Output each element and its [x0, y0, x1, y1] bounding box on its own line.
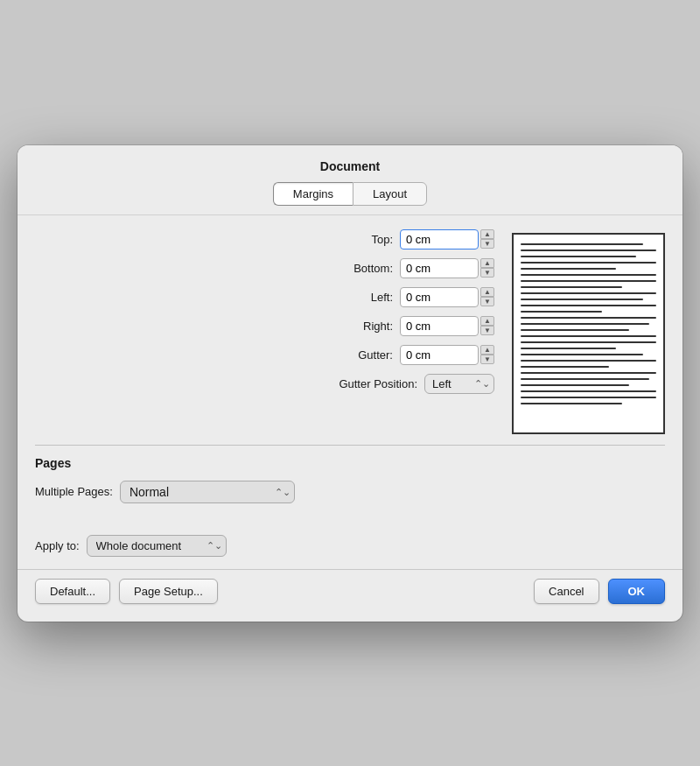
tabs-row: Margins Layout [35, 173, 665, 206]
preview-line [521, 268, 616, 270]
preview-line [521, 256, 636, 257]
dialog-title: Document [320, 159, 380, 173]
pages-section-title: Pages [35, 456, 665, 470]
left-down-btn[interactable]: ▼ [480, 297, 494, 306]
dialog-content: Top: ▲ ▼ Bottom: ▲ [18, 215, 682, 526]
preview-line [521, 384, 629, 386]
gutter-pos-select[interactable]: Left Right Top [424, 374, 494, 394]
gutter-pos-wrapper: Left Right Top ⌃⌄ [424, 374, 494, 394]
preview-line [521, 262, 656, 264]
gutter-input[interactable] [400, 345, 479, 365]
preview-line [521, 243, 643, 245]
cancel-button[interactable]: Cancel [534, 579, 598, 604]
left-buttons: Default... Page Setup... [35, 579, 218, 604]
top-row: Top: ▲ ▼ [35, 229, 494, 249]
gutter-row: Gutter: ▲ ▼ [35, 345, 494, 365]
ok-button[interactable]: OK [608, 579, 666, 604]
preview-line [521, 372, 656, 374]
preview-line [521, 341, 656, 343]
apply-to-wrapper: Whole document This section This point f… [87, 535, 227, 557]
preview-line [521, 311, 602, 313]
preview-line [521, 378, 649, 380]
right-down-btn[interactable]: ▼ [480, 326, 494, 335]
bottom-up-btn[interactable]: ▲ [480, 258, 494, 268]
left-spinner: ▲ ▼ [400, 287, 494, 307]
preview-line [521, 348, 616, 349]
preview-line [521, 329, 629, 331]
preview-line [521, 390, 656, 392]
preview-line [521, 360, 656, 362]
top-spinner: ▲ ▼ [400, 229, 494, 249]
bottom-spinner-btns: ▲ ▼ [480, 258, 494, 278]
preview-line [521, 397, 656, 398]
bottom-spinner: ▲ ▼ [400, 258, 494, 278]
apply-to-row: Apply to: Whole document This section Th… [18, 526, 682, 569]
page-setup-button[interactable]: Page Setup... [119, 579, 218, 604]
preview-line [521, 403, 622, 404]
right-up-btn[interactable]: ▲ [480, 316, 494, 326]
preview-line [521, 354, 643, 355]
preview-line [521, 366, 609, 368]
pages-section: Pages Multiple Pages: Normal Mirror marg… [35, 456, 665, 503]
left-spinner-btns: ▲ ▼ [480, 287, 494, 306]
bottom-down-btn[interactable]: ▼ [480, 268, 494, 278]
default-button[interactable]: Default... [35, 579, 110, 604]
right-buttons: Cancel OK [534, 579, 665, 604]
preview-line [521, 249, 656, 251]
top-down-btn[interactable]: ▼ [480, 239, 494, 249]
preview-lines [514, 235, 663, 413]
bottom-row: Bottom: ▲ ▼ [35, 258, 494, 278]
gutter-pos-row: Gutter Position: Left Right Top ⌃⌄ [35, 374, 494, 394]
gutter-label: Gutter: [297, 348, 393, 362]
top-spinner-btns: ▲ ▼ [480, 229, 494, 249]
multiple-pages-label: Multiple Pages: [35, 485, 113, 498]
margins-form: Top: ▲ ▼ Bottom: ▲ [35, 229, 494, 403]
gutter-spinner: ▲ ▼ [400, 345, 494, 365]
multiple-pages-row: Multiple Pages: Normal Mirror margins 2 … [35, 481, 665, 503]
page-preview [512, 233, 665, 434]
left-row: Left: ▲ ▼ [35, 287, 494, 307]
right-spinner: ▲ ▼ [400, 316, 494, 336]
preview-line [521, 274, 656, 276]
right-spinner-btns: ▲ ▼ [480, 316, 494, 335]
top-input[interactable] [400, 229, 479, 249]
gutter-down-btn[interactable]: ▼ [480, 355, 494, 364]
preview-line [521, 299, 643, 300]
document-dialog: Document Margins Layout Top: ▲ ▼ [18, 145, 682, 622]
preview-line [521, 317, 656, 319]
apply-to-label: Apply to: [35, 539, 80, 552]
tab-margins[interactable]: Margins [273, 182, 353, 206]
top-up-btn[interactable]: ▲ [480, 229, 494, 239]
tab-layout[interactable]: Layout [353, 182, 427, 206]
bottom-label: Bottom: [297, 262, 393, 275]
preview-line [521, 305, 656, 306]
left-input[interactable] [400, 287, 479, 307]
right-input[interactable] [400, 316, 479, 336]
preview-line [521, 286, 622, 288]
bottom-buttons: Default... Page Setup... Cancel OK [18, 569, 682, 622]
multiple-pages-select[interactable]: Normal Mirror margins 2 pages per sheet … [120, 481, 295, 503]
left-label: Left: [297, 291, 393, 304]
preview-line [521, 335, 656, 337]
apply-to-select[interactable]: Whole document This section This point f… [87, 535, 227, 557]
preview-line [521, 280, 656, 282]
divider [35, 445, 665, 446]
gutter-pos-label: Gutter Position: [321, 377, 417, 390]
gutter-up-btn[interactable]: ▲ [480, 345, 494, 355]
preview-line [521, 292, 656, 294]
multiple-pages-wrapper: Normal Mirror margins 2 pages per sheet … [120, 481, 295, 503]
right-row: Right: ▲ ▼ [35, 316, 494, 336]
right-label: Right: [297, 320, 393, 333]
dialog-titlebar: Document Margins Layout [18, 145, 682, 215]
bottom-input[interactable] [400, 258, 479, 278]
margins-layout: Top: ▲ ▼ Bottom: ▲ [35, 229, 665, 434]
gutter-spinner-btns: ▲ ▼ [480, 345, 494, 364]
top-label: Top: [297, 233, 393, 246]
preview-line [521, 323, 649, 325]
left-up-btn[interactable]: ▲ [480, 287, 494, 297]
